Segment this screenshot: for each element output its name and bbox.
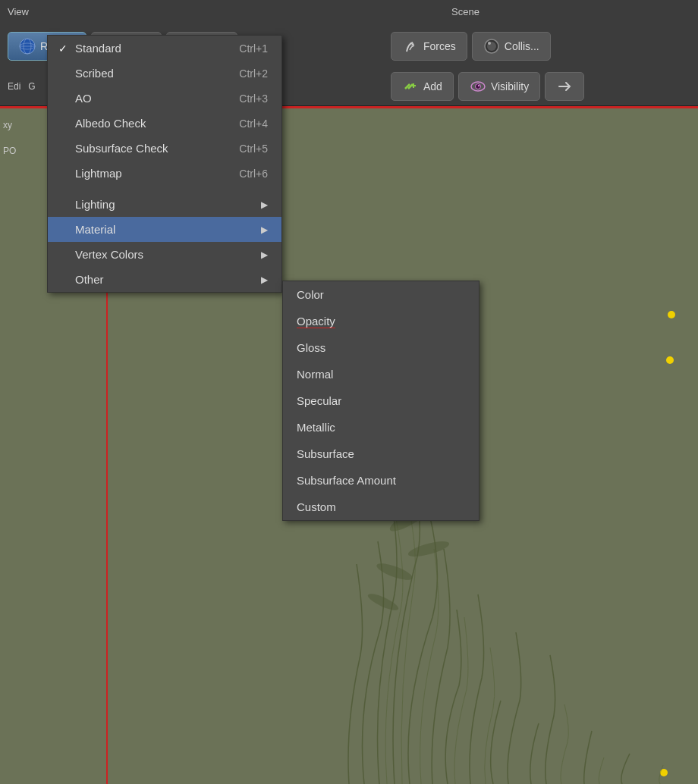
lightmap-label: Lightmap <box>75 167 224 180</box>
no-check-9 <box>58 274 69 286</box>
gloss-label: Gloss <box>297 341 465 354</box>
lightmap-shortcut: Ctrl+6 <box>239 168 268 180</box>
scene-label: Scene <box>451 6 479 17</box>
vertex-colors-label: Vertex Colors <box>75 248 253 261</box>
add-button[interactable]: Add <box>391 72 454 101</box>
normal-label: Normal <box>297 368 465 381</box>
submenu-arrow-material: ▶ <box>261 224 268 235</box>
submenu-item-color[interactable]: Color <box>283 281 479 308</box>
menu-item-albedo-check[interactable]: Albedo Check Ctrl+4 <box>48 111 281 136</box>
albedo-label: Albedo Check <box>75 117 224 130</box>
standard-shortcut: Ctrl+1 <box>239 42 268 55</box>
metallic-label: Metallic <box>297 421 465 434</box>
menu-separator <box>48 186 281 192</box>
submenu-item-normal[interactable]: Normal <box>283 361 479 387</box>
menu-item-lighting[interactable]: Lighting ▶ <box>48 192 281 217</box>
material-label: Material <box>75 223 253 236</box>
menu-item-lightmap[interactable]: Lightmap Ctrl+6 <box>48 161 281 186</box>
no-check-8 <box>58 249 69 261</box>
g-label: G <box>28 81 35 92</box>
forces-button[interactable]: Forces <box>391 32 467 61</box>
submenu-item-opacity[interactable]: Opacity <box>283 308 479 334</box>
extra-icon <box>556 78 573 95</box>
menu-item-standard[interactable]: ✓ Standard Ctrl+1 <box>48 36 281 61</box>
submenu-item-subsurface[interactable]: Subsurface <box>283 441 479 467</box>
specular-label: Specular <box>297 394 465 407</box>
menu-item-other[interactable]: Other ▶ <box>48 267 281 292</box>
collis-btn-label: Collis... <box>505 40 539 52</box>
svg-point-18 <box>475 83 480 89</box>
no-check-4 <box>58 143 69 155</box>
submenu-item-subsurface-amount[interactable]: Subsurface Amount <box>283 467 479 494</box>
globe-icon <box>19 38 36 55</box>
submenu-arrow-other: ▶ <box>261 274 268 285</box>
collis-button[interactable]: Collis... <box>472 32 551 61</box>
menu-item-subsurface-check[interactable]: Subsurface Check Ctrl+5 <box>48 136 281 161</box>
scribed-label: Scribed <box>75 67 224 80</box>
submenu-item-specular[interactable]: Specular <box>283 387 479 414</box>
submenu-item-custom[interactable]: Custom <box>283 494 479 520</box>
submenu-arrow-vertex: ▶ <box>261 249 268 260</box>
forces-btn-label: Forces <box>423 40 456 52</box>
standard-label: Standard <box>75 42 224 55</box>
albedo-shortcut: Ctrl+4 <box>239 118 268 130</box>
ao-shortcut: Ctrl+3 <box>239 93 268 105</box>
material-submenu: Color Opacity Gloss Normal Specular Meta… <box>282 281 479 521</box>
submenu-item-metallic[interactable]: Metallic <box>283 414 479 441</box>
menu-item-material[interactable]: Material ▶ <box>48 217 281 242</box>
no-check-1 <box>58 67 69 80</box>
visibility-btn-label: Visibility <box>491 80 529 93</box>
add-btn-label: Add <box>423 80 442 93</box>
no-check-5 <box>58 168 69 180</box>
edit-label: Edi <box>8 81 20 92</box>
color-label: Color <box>297 288 465 301</box>
custom-label: Custom <box>297 500 465 513</box>
subsurface-label: Subsurface <box>297 447 465 460</box>
check-icon: ✓ <box>58 42 69 55</box>
no-check-3 <box>58 118 69 130</box>
submenu-arrow-lighting: ▶ <box>261 199 268 210</box>
svg-point-12 <box>488 42 491 45</box>
subsurface-amount-label: Subsurface Amount <box>297 474 465 487</box>
second-scene-toolbar: Add Visibility <box>391 72 584 101</box>
submenu-item-gloss[interactable]: Gloss <box>283 334 479 361</box>
subsurface-check-label: Subsurface Check <box>75 142 224 155</box>
view-label: View <box>8 6 29 17</box>
po-label: PO <box>3 146 16 156</box>
svg-point-21 <box>375 560 414 583</box>
forces-icon <box>402 38 419 55</box>
opacity-label: Opacity <box>297 315 465 328</box>
collis-icon <box>483 38 500 55</box>
no-check-2 <box>58 93 69 105</box>
other-label: Other <box>75 273 253 286</box>
subsurface-check-shortcut: Ctrl+5 <box>239 143 268 155</box>
svg-point-19 <box>478 85 479 86</box>
scene-toolbar: Forces Collis... <box>391 32 551 61</box>
menu-item-vertex-colors[interactable]: Vertex Colors ▶ <box>48 242 281 267</box>
menu-item-scribed[interactable]: Scribed Ctrl+2 <box>48 61 281 86</box>
lighting-label: Lighting <box>75 198 253 211</box>
visibility-icon <box>470 78 486 95</box>
menu-item-ao[interactable]: AO Ctrl+3 <box>48 86 281 111</box>
add-icon <box>402 78 419 95</box>
render-dropdown-menu: ✓ Standard Ctrl+1 Scribed Ctrl+2 AO Ctrl… <box>47 35 282 293</box>
visibility-button[interactable]: Visibility <box>458 72 540 101</box>
xy-label: xy <box>3 120 12 130</box>
no-check-7 <box>58 224 69 236</box>
ao-label: AO <box>75 92 224 105</box>
no-check-6 <box>58 199 69 211</box>
scribed-shortcut: Ctrl+2 <box>239 67 268 80</box>
extra-button[interactable] <box>545 72 584 101</box>
